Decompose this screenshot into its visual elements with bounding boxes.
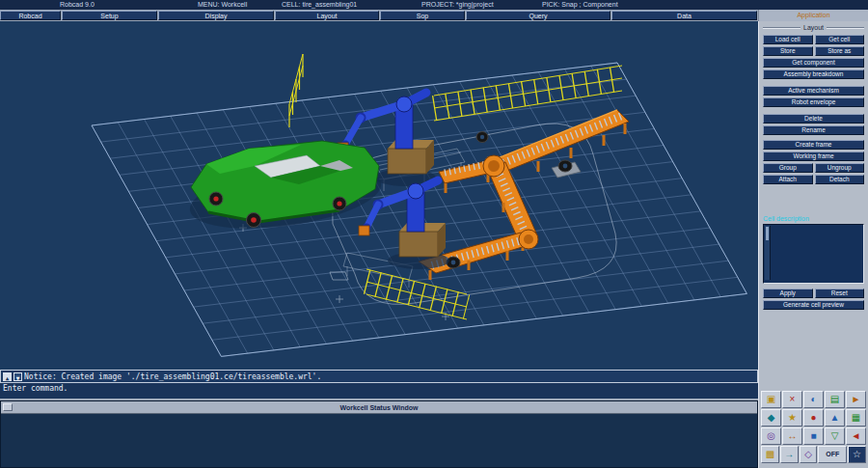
scroll-up-icon[interactable]: ▲: [3, 372, 12, 381]
create-frame-button[interactable]: Create frame: [763, 140, 864, 150]
palette-icon-13[interactable]: ■: [803, 427, 824, 445]
scrollbar[interactable]: [765, 226, 771, 280]
generate-cell-preview-button[interactable]: Generate cell preview: [763, 300, 864, 310]
palette-icon-8[interactable]: ●: [803, 409, 824, 427]
palette-icon-1[interactable]: ▣: [761, 391, 781, 408]
palette-icon-9[interactable]: ▲: [825, 409, 845, 427]
palette-icon-11[interactable]: ◎: [761, 427, 781, 445]
menu-setup[interactable]: Setup: [62, 11, 157, 20]
menu-display[interactable]: Display: [158, 11, 274, 20]
palette-icon-12[interactable]: ↔: [782, 427, 802, 445]
menu-bar-left: Robcad Setup Display Layout Sop Query Da…: [0, 10, 758, 21]
viewport-background: [0, 21, 758, 370]
menu-layout[interactable]: Layout: [275, 11, 379, 20]
rename-button[interactable]: Rename: [763, 125, 864, 135]
layout-panel-title: Layout: [763, 24, 864, 31]
menu-application[interactable]: Application: [758, 10, 868, 21]
palette-icon-5[interactable]: ►: [846, 391, 866, 408]
attach-button[interactable]: Attach: [763, 175, 813, 184]
status-window-body: [1, 414, 757, 468]
palette-icon-3[interactable]: ◐: [803, 391, 824, 408]
cell-description-text: [773, 227, 861, 281]
divider: [763, 27, 800, 29]
palette-icon-14[interactable]: ▽: [825, 427, 845, 445]
working-frame-button[interactable]: Working frame: [763, 151, 864, 161]
scroll-down-icon[interactable]: ▼: [14, 372, 22, 381]
icon-toolbox: ▣ × ◐ ▤ ► ◆ ★ ● ▲ ▦ ◎ ↔ ■ ▽ ◄ ▩ → ◇ OFF …: [758, 389, 868, 468]
palette-icon-6[interactable]: ◆: [761, 409, 781, 427]
command-prompt[interactable]: Enter command.: [0, 383, 758, 394]
ungroup-button[interactable]: Ungroup: [815, 163, 865, 173]
viewport-3d-scene[interactable]: [0, 21, 758, 370]
off-button[interactable]: OFF: [818, 446, 847, 463]
palette-icon-2[interactable]: ×: [782, 391, 802, 408]
project-name-label: PROJECT: *ging|project: [421, 0, 494, 10]
menu-robcad[interactable]: Robcad: [0, 11, 61, 20]
status-window-title: Workcell Status Window: [339, 404, 418, 411]
get-component-button[interactable]: Get component: [763, 58, 864, 68]
palette-icon-4[interactable]: ▤: [825, 391, 845, 408]
menu-context-label: MENU: Workcell: [198, 0, 247, 10]
layout-panel: Layout Load cell Get cell Store Store as…: [758, 21, 868, 389]
workcell-status-window: Workcell Status Window: [0, 400, 758, 468]
palette-icon-16[interactable]: ▩: [761, 446, 779, 463]
cell-description-label: Cell description: [763, 215, 864, 222]
viewport-3d[interactable]: [0, 21, 758, 370]
pick-mode-label: PICK: Snap ; Component: [542, 0, 618, 10]
menu-data[interactable]: Data: [611, 11, 757, 20]
active-mechanism-button[interactable]: Active mechanism: [763, 86, 864, 96]
get-cell-button[interactable]: Get cell: [815, 35, 865, 44]
store-button[interactable]: Store: [763, 46, 813, 56]
menu-bar: Robcad Setup Display Layout Sop Query Da…: [0, 10, 868, 21]
group-button[interactable]: Group: [763, 163, 813, 173]
cell-description-input[interactable]: [763, 224, 864, 284]
notice-row[interactable]: ▲ ▼ Notice: Created image './tire_assemb…: [0, 370, 758, 383]
menu-query[interactable]: Query: [466, 11, 610, 20]
delete-button[interactable]: Delete: [763, 114, 864, 124]
palette-icon-17[interactable]: →: [780, 446, 799, 463]
palette-icon-15[interactable]: ◄: [846, 427, 866, 445]
robot-envelope-button[interactable]: Robot envelope: [763, 97, 864, 107]
reset-button[interactable]: Reset: [815, 289, 865, 298]
load-cell-button[interactable]: Load cell: [763, 35, 813, 44]
detach-button[interactable]: Detach: [815, 175, 865, 184]
palette-icon-19[interactable]: ☆: [848, 446, 866, 463]
store-as-button[interactable]: Store as: [815, 46, 865, 56]
cell-name-label: CELL: tire_assembling01: [282, 0, 357, 10]
assembly-breakdown-button[interactable]: Assembly breakdown: [763, 69, 864, 79]
palette-icon-10[interactable]: ▦: [846, 409, 866, 427]
divider: [827, 27, 864, 29]
menu-sop[interactable]: Sop: [380, 11, 465, 20]
scrollbar-thumb[interactable]: [766, 227, 769, 240]
window-menu-icon[interactable]: [3, 403, 13, 411]
notice-text: Notice: Created image './tire_assembling…: [24, 372, 321, 381]
layout-panel-title-text: Layout: [803, 24, 824, 31]
apply-button[interactable]: Apply: [763, 289, 813, 298]
palette-icon-18[interactable]: ◇: [800, 446, 818, 463]
window-title-bar: Robcad 9.0 MENU: Workcell CELL: tire_ass…: [0, 0, 868, 10]
robcad-window: Robcad 9.0 MENU: Workcell CELL: tire_ass…: [0, 0, 868, 468]
palette-icon-7[interactable]: ★: [782, 409, 802, 427]
message-area: ▲ ▼ Notice: Created image './tire_assemb…: [0, 370, 758, 399]
app-title: Robcad 9.0: [60, 0, 95, 10]
status-window-title-bar[interactable]: Workcell Status Window: [1, 401, 757, 414]
